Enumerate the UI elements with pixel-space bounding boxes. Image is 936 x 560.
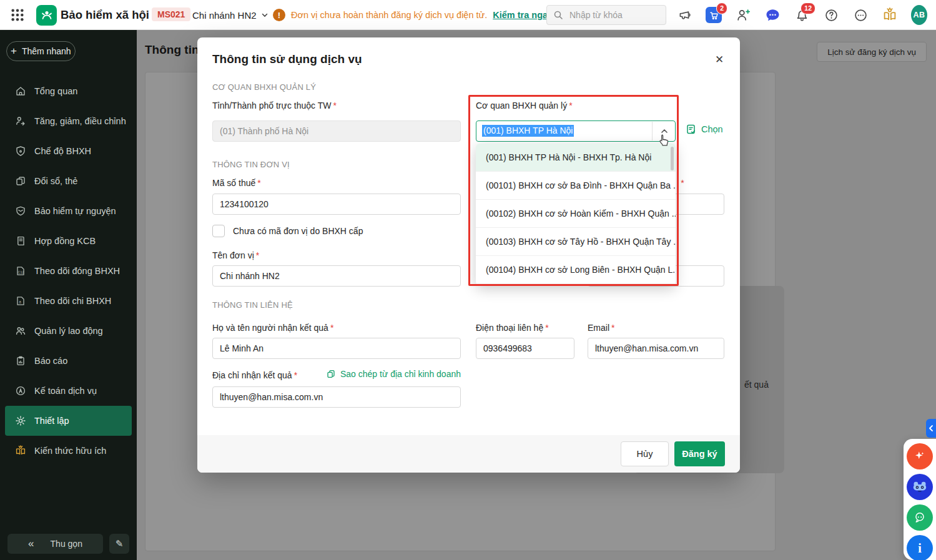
dropdown-option[interactable]: (001) BHXH TP Hà Nội - BHXH Tp. Hà Nội [476,144,676,172]
help-icon[interactable] [823,7,839,23]
cancel-button[interactable]: Hủy [621,441,669,466]
knowledge-icon [15,445,26,456]
receiver-input[interactable] [212,338,461,359]
close-icon[interactable]: ✕ [712,52,727,67]
sidebar-item-che-do-bhxh[interactable]: Chế độ BHXH [0,136,137,166]
tax-code-input[interactable] [212,194,461,215]
province-label: Tỉnh/Thành phố trực thuộc TW* [212,101,337,111]
person-adjust-icon [15,115,26,127]
dropdown-option[interactable]: (00104) BHXH cơ sở Long Biên - BHXH Quận… [476,256,676,284]
phone-label: Điện thoại liên hệ* [476,323,549,333]
warning-icon: ! [273,9,285,21]
cards-icon [15,175,26,187]
cart-icon[interactable]: 2 [706,7,722,23]
support-chat-button[interactable] [907,504,933,531]
chevron-up-icon[interactable] [659,126,669,139]
section-unit: THÔNG TIN ĐƠN VỊ [212,160,290,169]
info-icon: i [918,541,922,556]
email-input[interactable] [588,338,724,359]
megaphone-icon[interactable] [676,7,692,23]
ai-sparkle-button[interactable] [907,443,933,469]
modal-footer: Hủy Đăng ký [197,435,740,473]
section-contact: THÔNG TIN LIÊN HỆ [212,300,293,310]
branch-selector[interactable]: Chi nhánh HN2 [192,0,268,30]
dropdown-scrollbar[interactable] [671,147,674,170]
svg-text:8: 8 [19,300,21,304]
edit-menu-button[interactable]: ✎ [109,534,129,554]
sidebar-item-theo-doi-chi-bhxh[interactable]: 8 Theo dõi chi BHXH [0,286,137,316]
province-input [212,120,461,142]
collapse-widgets-tab[interactable] [926,419,936,438]
plus-icon: + [11,45,17,57]
check-now-link[interactable]: Kiểm tra ngay. [493,10,554,20]
warning-text: Đơn vị chưa hoàn thành đăng ký dịch vụ đ… [291,10,487,20]
choose-agency-link[interactable]: Chọn [686,124,723,135]
copy-address-link[interactable]: Sao chép từ địa chỉ kinh doanh [326,369,461,379]
sidebar-item-kien-thuc-huu-ich[interactable]: Kiến thức hữu ích [0,436,137,466]
address-label: Địa chỉ nhận kết quả* [212,370,297,380]
sidebar-item-bao-hiem-tu-nguyen[interactable]: Bảo hiểm tự nguyện [0,196,137,226]
sidebar-item-bao-cao[interactable]: Báo cáo [0,346,137,376]
sidebar-item-tong-quan[interactable]: Tổng quan [0,76,137,106]
agency-label: Cơ quan BHXH quản lý* [476,101,573,111]
avatar[interactable]: AB [911,7,927,23]
top-bar: Bảo hiểm xã hội MS021 Chi nhánh HN2 ! Đơ… [0,0,936,30]
info-button[interactable]: i [907,535,933,560]
register-button[interactable]: Đăng ký [674,441,725,466]
dropdown-option[interactable]: (00103) BHXH cơ sở Tây Hồ - BHXH Quận Tâ… [476,228,676,256]
sidebar-item-tang-giam[interactable]: Tăng, giảm, điều chỉnh [0,106,137,136]
copy-icon [326,369,336,379]
app-grid-icon[interactable] [10,0,25,30]
chat-icon[interactable] [764,7,781,23]
agency-selected-text: (001) BHXH TP Hà Nội [482,125,574,137]
email-label: Email* [588,323,614,333]
dropdown-option[interactable]: (00101) BHXH cơ sở Ba Đình - BHXH Quận B… [476,172,676,200]
quick-add-button[interactable]: + Thêm nhanh [6,41,76,61]
unit-name-input[interactable] [212,265,461,287]
phone-input[interactable] [476,338,574,359]
more-icon[interactable] [852,7,869,23]
gear-icon [15,415,26,426]
sidebar-item-theo-doi-dong-bhxh[interactable]: C12 Theo dõi đóng BHXH [0,256,137,286]
doc-c12-icon: C12 [15,265,26,277]
sidebar-item-doi-so-the[interactable]: Đổi sổ, thẻ [0,166,137,196]
address-input[interactable] [212,386,461,408]
sparkle-icon [912,448,928,464]
service-info-modal: Thông tin sử dụng dịch vụ ✕ CƠ QUAN BHXH… [197,37,740,473]
sidebar-item-hop-dong-kcb[interactable]: Hợp đồng KCB [0,226,137,256]
sidebar: + Thêm nhanh Tổng quan Tăng, giảm, điều … [0,30,137,560]
section-agency: CƠ QUAN BHXH QUẢN LÝ [212,82,316,92]
module-code-badge: MS021 [152,7,190,21]
app-logo-icon [36,0,57,30]
robot-icon [910,478,929,496]
add-user-icon[interactable] [735,7,751,23]
shield-icon [15,205,26,217]
report-icon [15,355,26,366]
collapse-sidebar-button[interactable]: « Thu gọn [7,534,103,554]
sidebar-item-quan-ly-lao-dong[interactable]: Quản lý lao động [0,316,137,346]
home-icon [15,86,26,97]
dropdown-option[interactable]: (00102) BHXH cơ sở Hoàn Kiếm - BHXH Quận… [476,200,676,228]
handbook-icon[interactable] [882,7,898,23]
occluded-label-fragment: ị* [677,178,684,188]
app-title: Bảo hiểm xã hội [61,0,149,30]
chat-face-icon [911,509,929,526]
shield-heart-icon [15,145,26,157]
global-search[interactable] [546,5,666,25]
bell-icon[interactable]: 12 [794,7,810,23]
modal-title: Thông tin sử dụng dịch vụ [212,52,362,66]
sidebar-item-thiet-lap[interactable]: Thiết lập [5,406,132,436]
no-unit-code-label: Chưa có mã đơn vị do BHXH cấp [233,226,363,236]
people-icon [15,325,26,336]
unit-name-label: Tên đơn vị* [212,250,259,260]
tax-code-label: Mã số thuế* [212,178,261,188]
no-unit-code-checkbox[interactable] [212,225,225,237]
receiver-label: Họ và tên người nhận kết quả* [212,323,333,333]
sidebar-item-ke-toan-dich-vu[interactable]: Kế toán dịch vụ [0,376,137,406]
search-icon [553,10,563,20]
chevrons-left-icon: « [28,538,34,550]
agency-combobox[interactable]: (001) BHXH TP Hà Nội [476,120,676,142]
search-input[interactable] [568,9,656,21]
chevron-down-icon [261,11,268,19]
chatbot-button[interactable] [907,474,933,500]
